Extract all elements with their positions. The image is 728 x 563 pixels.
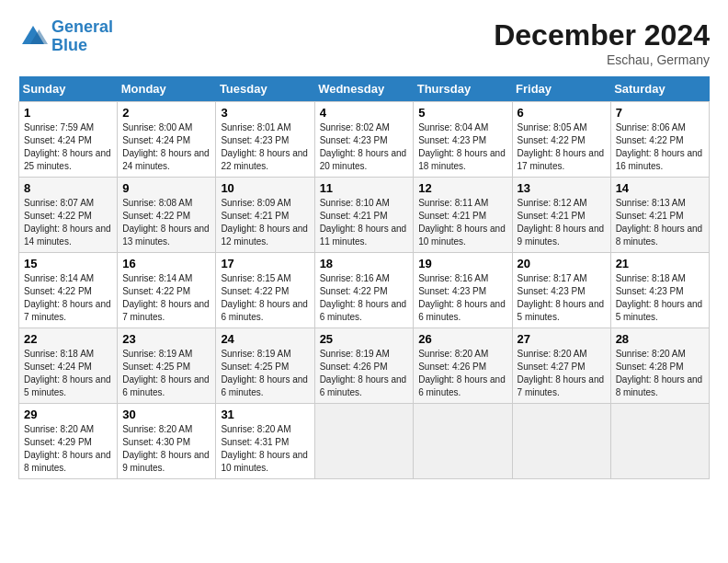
day-info: Sunrise: 8:20 AM Sunset: 4:28 PM Dayligh…	[616, 348, 704, 399]
day-info: Sunrise: 8:20 AM Sunset: 4:31 PM Dayligh…	[221, 423, 309, 475]
day-number: 24	[221, 332, 309, 346]
calendar-header-friday: Friday	[512, 76, 610, 102]
day-number: 17	[221, 257, 309, 270]
day-number: 16	[122, 257, 210, 270]
day-number: 23	[122, 332, 210, 346]
day-info: Sunrise: 8:18 AM Sunset: 4:24 PM Dayligh…	[24, 348, 112, 399]
calendar-cell: 6 Sunrise: 8:05 AM Sunset: 4:22 PM Dayli…	[512, 102, 610, 178]
day-info: Sunrise: 8:01 AM Sunset: 4:23 PM Dayligh…	[221, 121, 309, 173]
calendar-cell: 9 Sunrise: 8:08 AM Sunset: 4:22 PM Dayli…	[118, 178, 216, 253]
day-number: 25	[320, 332, 409, 346]
day-number: 26	[418, 332, 506, 346]
day-info: Sunrise: 8:19 AM Sunset: 4:26 PM Dayligh…	[320, 348, 409, 399]
day-info: Sunrise: 8:07 AM Sunset: 4:22 PM Dayligh…	[24, 197, 112, 248]
day-number: 29	[24, 408, 112, 421]
day-number: 1	[24, 106, 112, 120]
calendar-cell: 13 Sunrise: 8:12 AM Sunset: 4:21 PM Dayl…	[512, 178, 610, 253]
day-number: 7	[616, 106, 704, 120]
day-number: 19	[418, 257, 506, 270]
calendar-cell: 1 Sunrise: 7:59 AM Sunset: 4:24 PM Dayli…	[19, 102, 118, 178]
day-info: Sunrise: 8:11 AM Sunset: 4:21 PM Dayligh…	[418, 197, 506, 248]
day-info: Sunrise: 8:20 AM Sunset: 4:29 PM Dayligh…	[24, 423, 112, 475]
day-number: 8	[24, 181, 112, 195]
calendar-cell: 5 Sunrise: 8:04 AM Sunset: 4:23 PM Dayli…	[414, 102, 512, 178]
day-number: 22	[24, 332, 112, 346]
calendar-cell: 17 Sunrise: 8:15 AM Sunset: 4:22 PM Dayl…	[216, 253, 314, 328]
day-info: Sunrise: 8:09 AM Sunset: 4:21 PM Dayligh…	[221, 197, 309, 248]
day-number: 6	[518, 106, 606, 120]
calendar-cell: 18 Sunrise: 8:16 AM Sunset: 4:22 PM Dayl…	[314, 253, 414, 328]
calendar-cell: 30 Sunrise: 8:20 AM Sunset: 4:30 PM Dayl…	[118, 404, 216, 479]
calendar-week-3: 15 Sunrise: 8:14 AM Sunset: 4:22 PM Dayl…	[19, 253, 710, 328]
calendar-header-tuesday: Tuesday	[216, 76, 314, 102]
day-number: 9	[122, 181, 210, 195]
day-info: Sunrise: 8:10 AM Sunset: 4:21 PM Dayligh…	[320, 197, 409, 248]
calendar-header-monday: Monday	[118, 76, 216, 102]
location: Eschau, Germany	[494, 52, 710, 67]
calendar-cell: 24 Sunrise: 8:19 AM Sunset: 4:25 PM Dayl…	[216, 328, 314, 404]
calendar-week-5: 29 Sunrise: 8:20 AM Sunset: 4:29 PM Dayl…	[19, 404, 710, 479]
day-number: 3	[221, 106, 309, 120]
calendar-week-2: 8 Sunrise: 8:07 AM Sunset: 4:22 PM Dayli…	[19, 178, 710, 253]
calendar-cell: 23 Sunrise: 8:19 AM Sunset: 4:25 PM Dayl…	[118, 328, 216, 404]
calendar-cell: 26 Sunrise: 8:20 AM Sunset: 4:26 PM Dayl…	[414, 328, 512, 404]
calendar-cell: 25 Sunrise: 8:19 AM Sunset: 4:26 PM Dayl…	[314, 328, 414, 404]
day-number: 11	[320, 181, 409, 195]
day-number: 14	[616, 181, 704, 195]
day-number: 20	[518, 257, 606, 270]
calendar-cell: 15 Sunrise: 8:14 AM Sunset: 4:22 PM Dayl…	[19, 253, 118, 328]
day-info: Sunrise: 8:19 AM Sunset: 4:25 PM Dayligh…	[122, 348, 210, 399]
page-header: GeneralBlue December 2024 Eschau, German…	[18, 18, 710, 67]
day-info: Sunrise: 8:13 AM Sunset: 4:21 PM Dayligh…	[616, 197, 704, 248]
day-info: Sunrise: 8:00 AM Sunset: 4:24 PM Dayligh…	[122, 121, 210, 173]
calendar: SundayMondayTuesdayWednesdayThursdayFrid…	[18, 76, 710, 479]
calendar-cell: 21 Sunrise: 8:18 AM Sunset: 4:23 PM Dayl…	[610, 253, 709, 328]
day-number: 15	[24, 257, 112, 270]
calendar-cell: 16 Sunrise: 8:14 AM Sunset: 4:22 PM Dayl…	[118, 253, 216, 328]
day-info: Sunrise: 8:17 AM Sunset: 4:23 PM Dayligh…	[518, 272, 606, 324]
logo-text: GeneralBlue	[51, 18, 113, 55]
day-info: Sunrise: 8:15 AM Sunset: 4:22 PM Dayligh…	[221, 272, 309, 324]
logo: GeneralBlue	[18, 18, 113, 55]
calendar-header-row: SundayMondayTuesdayWednesdayThursdayFrid…	[19, 76, 710, 102]
day-number: 13	[518, 181, 606, 195]
day-info: Sunrise: 8:16 AM Sunset: 4:23 PM Dayligh…	[418, 272, 506, 324]
day-info: Sunrise: 8:12 AM Sunset: 4:21 PM Dayligh…	[518, 197, 606, 248]
calendar-cell: 2 Sunrise: 8:00 AM Sunset: 4:24 PM Dayli…	[118, 102, 216, 178]
day-info: Sunrise: 8:20 AM Sunset: 4:30 PM Dayligh…	[122, 423, 210, 475]
calendar-cell: 7 Sunrise: 8:06 AM Sunset: 4:22 PM Dayli…	[610, 102, 709, 178]
calendar-cell: 29 Sunrise: 8:20 AM Sunset: 4:29 PM Dayl…	[19, 404, 118, 479]
calendar-cell	[314, 404, 414, 479]
day-number: 4	[320, 106, 409, 120]
calendar-cell	[414, 404, 512, 479]
day-info: Sunrise: 8:02 AM Sunset: 4:23 PM Dayligh…	[320, 121, 409, 173]
calendar-header-sunday: Sunday	[19, 76, 118, 102]
calendar-cell: 8 Sunrise: 8:07 AM Sunset: 4:22 PM Dayli…	[19, 178, 118, 253]
day-number: 21	[616, 257, 704, 270]
calendar-cell: 27 Sunrise: 8:20 AM Sunset: 4:27 PM Dayl…	[512, 328, 610, 404]
calendar-cell: 22 Sunrise: 8:18 AM Sunset: 4:24 PM Dayl…	[19, 328, 118, 404]
logo-icon	[18, 22, 48, 52]
calendar-cell: 31 Sunrise: 8:20 AM Sunset: 4:31 PM Dayl…	[216, 404, 314, 479]
month-title: December 2024	[494, 18, 710, 52]
calendar-cell: 10 Sunrise: 8:09 AM Sunset: 4:21 PM Dayl…	[216, 178, 314, 253]
calendar-week-1: 1 Sunrise: 7:59 AM Sunset: 4:24 PM Dayli…	[19, 102, 710, 178]
day-info: Sunrise: 8:05 AM Sunset: 4:22 PM Dayligh…	[518, 121, 606, 173]
calendar-header-saturday: Saturday	[610, 76, 709, 102]
calendar-header-wednesday: Wednesday	[314, 76, 414, 102]
day-number: 28	[616, 332, 704, 346]
day-info: Sunrise: 8:06 AM Sunset: 4:22 PM Dayligh…	[616, 121, 704, 173]
calendar-cell: 12 Sunrise: 8:11 AM Sunset: 4:21 PM Dayl…	[414, 178, 512, 253]
day-info: Sunrise: 8:14 AM Sunset: 4:22 PM Dayligh…	[122, 272, 210, 324]
day-info: Sunrise: 8:20 AM Sunset: 4:26 PM Dayligh…	[418, 348, 506, 399]
day-info: Sunrise: 8:18 AM Sunset: 4:23 PM Dayligh…	[616, 272, 704, 324]
day-info: Sunrise: 8:19 AM Sunset: 4:25 PM Dayligh…	[221, 348, 309, 399]
day-number: 12	[418, 181, 506, 195]
day-number: 2	[122, 106, 210, 120]
calendar-cell: 4 Sunrise: 8:02 AM Sunset: 4:23 PM Dayli…	[314, 102, 414, 178]
calendar-week-4: 22 Sunrise: 8:18 AM Sunset: 4:24 PM Dayl…	[19, 328, 710, 404]
calendar-cell: 11 Sunrise: 8:10 AM Sunset: 4:21 PM Dayl…	[314, 178, 414, 253]
day-number: 18	[320, 257, 409, 270]
day-info: Sunrise: 8:08 AM Sunset: 4:22 PM Dayligh…	[122, 197, 210, 248]
day-info: Sunrise: 7:59 AM Sunset: 4:24 PM Dayligh…	[24, 121, 112, 173]
